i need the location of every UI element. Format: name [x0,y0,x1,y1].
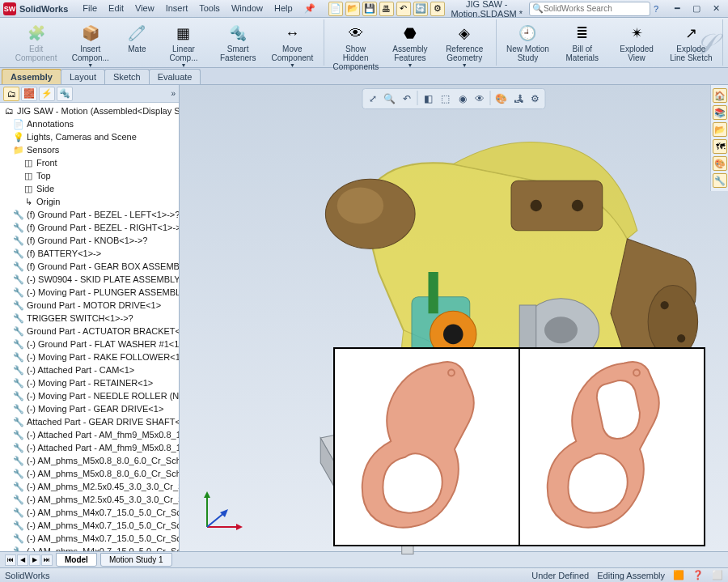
tab-next-icon[interactable]: ▶ [29,554,40,566]
view-orientation-button[interactable]: ⬚ [438,91,454,107]
view-palette-icon[interactable]: 🗺 [713,139,727,154]
tab-evaluate[interactable]: Evaluate [149,69,201,84]
tree-item[interactable]: 🔧(-) AM_phms_M4x0.7_15.0_5.0_Cr_Sch_1<3> [2,532,177,545]
tab-assembly[interactable]: Assembly [2,69,61,84]
tree-item[interactable]: 🔧(-) AM_phms_M5x0.8_8.0_6.0_Cr_Sch_1<2> [2,467,177,480]
ribbon-linear-comp-[interactable]: ▦Linear Comp...▼ [157,21,210,70]
tree-root[interactable]: 🗂 JIG SAW - Motion (Assembled<Display St… [2,104,177,117]
tab-sketch[interactable]: Sketch [104,69,150,84]
ribbon-assembly-features[interactable]: ⬣Assembly Features▼ [383,21,436,70]
tree-item[interactable]: 🔧(f) Ground Part - KNOB<1>->? [2,234,177,247]
save-button[interactable]: 💾 [362,2,377,16]
tree-item[interactable]: 🔧(-) Ground Part - FLAT WASHER #1<1> [2,338,177,350]
tree-item[interactable]: ↳Origin [2,195,177,208]
tree-item[interactable]: 🔧(-) Attached Part - AM_fhm9_M5x0.8_10.0… [2,441,177,454]
ribbon-show-hidden-components[interactable]: 👁Show Hidden Components [329,21,382,74]
tree-item[interactable]: 🔧Attached Part - GEAR DRIVE SHAFT<1>->? [2,415,177,428]
new-button[interactable]: 📄 [328,2,343,16]
ribbon-mate[interactable]: 🧷Mate [118,21,155,56]
section-view-button[interactable]: ◧ [421,91,437,107]
tree-item[interactable]: 🔧(-) Moving Part - NEEDLE ROLLER (NIH)<1… [2,389,177,402]
edit-appearance-button[interactable]: 🎨 [493,91,510,107]
menu-window[interactable]: Window [226,2,268,15]
property-tab[interactable]: 🧱 [21,87,37,101]
tab-prev-icon[interactable]: ◀ [17,554,28,566]
zoom-area-button[interactable]: 🔍 [382,91,398,107]
view-settings-button[interactable]: ⚙ [527,91,544,107]
tree-item[interactable]: 🔧(-) Moving Part - RETAINER<1> [2,376,177,389]
tree-item[interactable]: 🔧(f) Ground Part - GEAR BOX ASSEMBLY<1> … [2,260,177,273]
ribbon-move-component[interactable]: ↔Move Component▼ [266,21,319,70]
ribbon-exploded-view[interactable]: ✴Exploded View [610,21,662,65]
options-button[interactable]: ⚙ [430,2,445,16]
menu-help[interactable]: Help [269,2,298,15]
tree-item[interactable]: 🔧(-) AM_phms_M4x0.7_15.0_5.0_Cr_Sch_1<1> [2,506,177,519]
tree-item[interactable]: 🔧Ground Part - MOTOR DRIVE<1> [2,299,177,312]
tree-item[interactable]: 🔧(-) Attached Part - CAM<1> [2,363,177,376]
tree-item[interactable]: 🔧Ground Part - ACTUATOR BRACKET<1>->? [2,325,177,338]
tree-item[interactable]: 🔧(-) Moving Part - RAKE FOLLOWER<1> [2,350,177,363]
ribbon-smart-fasteners[interactable]: 🔩Smart Fasteners [212,21,265,65]
tree-item[interactable]: 🔧TRIGGER SWITCH<1>->? [2,312,177,325]
ribbon-reference-geometry[interactable]: ◈Reference Geometry▼ [438,21,491,70]
display-tab[interactable]: 🔩 [57,87,73,101]
close-button[interactable]: ✕ [707,2,725,16]
tree-item[interactable]: 📄Annotations [2,117,177,130]
status-icon-3[interactable]: ⬜ [712,570,723,581]
minimize-button[interactable]: ━ [668,2,686,16]
tree-item[interactable]: ◫Top [2,169,177,182]
home-tab-icon[interactable]: 🏠 [713,88,727,103]
tree-item[interactable]: 🔧(-) AM_phms_M2.5x0.45_3.0_3.0_Cr_Sch_1<… [2,493,177,506]
tree-item[interactable]: 📁Sensors [2,143,177,156]
tree-item[interactable]: ◫Side [2,182,177,195]
feature-tree[interactable]: 🗂 JIG SAW - Motion (Assembled<Display St… [0,103,179,551]
display-style-button[interactable]: ◉ [455,91,471,107]
hide-show-button[interactable]: 👁 [472,91,488,107]
menu-pushpin-icon[interactable]: 📌 [299,2,320,15]
status-icon-2[interactable]: ❓ [692,570,704,581]
rebuild-button[interactable]: 🔄 [413,2,428,16]
custom-props-icon[interactable]: 🔧 [713,173,727,188]
config-tab[interactable]: ⚡ [39,87,55,101]
design-library-icon[interactable]: 📚 [713,105,727,120]
tree-item[interactable]: 🔧(-) AM_phms_M5x0.8_8.0_6.0_Cr_Sch_1<1> [2,454,177,467]
appearances-icon[interactable]: 🎨 [713,156,727,171]
menu-view[interactable]: View [130,2,159,15]
file-explorer-icon[interactable]: 📂 [713,122,727,137]
tree-item[interactable]: 🔧(f) BATTERY<1>-> [2,247,177,260]
menu-file[interactable]: File [78,2,102,15]
menu-insert[interactable]: Insert [161,2,193,15]
help-icon[interactable]: ? [654,4,658,14]
tree-item[interactable]: 🔧(-) Moving Part - PLUNGER ASSEMBLY<1> (… [2,286,177,299]
tree-item[interactable]: 💡Lights, Cameras and Scene [2,130,177,143]
coordinate-triad[interactable] [201,488,246,533]
open-button[interactable]: 📂 [345,2,360,16]
print-button[interactable]: 🖶 [379,2,394,16]
apply-scene-button[interactable]: 🏞 [510,91,527,107]
tree-item[interactable]: 🔧(f) Ground Part - BEZEL - LEFT<1>->? [2,208,177,221]
ribbon-new-motion-study[interactable]: 🕘New Motion Study [502,21,554,65]
graphics-viewport[interactable]: ⤢ 🔍 ↶ ◧ ⬚ ◉ 👁 🎨 🏞 ⚙ 🏠 📚 📂 🗺 🎨 🔧 [180,85,728,551]
tree-item[interactable]: 🔧(-) Moving Part - GEAR DRIVE<1> [2,402,177,415]
zoom-fit-button[interactable]: ⤢ [365,91,381,107]
tree-item[interactable]: ◫Front [2,156,177,169]
tree-item[interactable]: 🔧(f) Ground Part - BEZEL - RIGHT<1>->? [2,221,177,234]
maximize-button[interactable]: ▢ [688,2,705,16]
search-input[interactable] [544,4,647,13]
menu-edit[interactable]: Edit [104,2,129,15]
undo-button[interactable]: ↶ [396,2,411,16]
tree-item[interactable]: 🔧(-) AM_phms_M2.5x0.45_3.0_3.0_Cr_Sch_1<… [2,480,177,493]
menu-tools[interactable]: Tools [194,2,225,15]
prev-view-button[interactable]: ↶ [399,91,415,107]
tab-first-icon[interactable]: ⏮ [5,554,16,566]
tab-last-icon[interactable]: ⏭ [41,554,53,566]
tree-item[interactable]: 🔧(-) Attached Part - AM_fhm9_M5x0.8_10.0… [2,428,177,441]
bottom-tab-model[interactable]: Model [56,553,97,567]
tab-layout[interactable]: Layout [61,69,105,84]
tree-item[interactable]: 🔧(-) AM_phms_M4x0.7_15.0_5.0_Cr_Sch_1<4> [2,545,177,551]
ribbon-bill-of-materials[interactable]: ≣Bill of Materials [556,21,608,65]
feature-tree-tab[interactable]: 🗂 [3,87,19,101]
search-box[interactable]: 🔍 [529,2,650,16]
tree-item[interactable]: 🔧(-) SW0904 - SKID PLATE ASSEMBLY<1> (De… [2,273,177,286]
status-icon-1[interactable]: 🟧 [673,570,684,581]
